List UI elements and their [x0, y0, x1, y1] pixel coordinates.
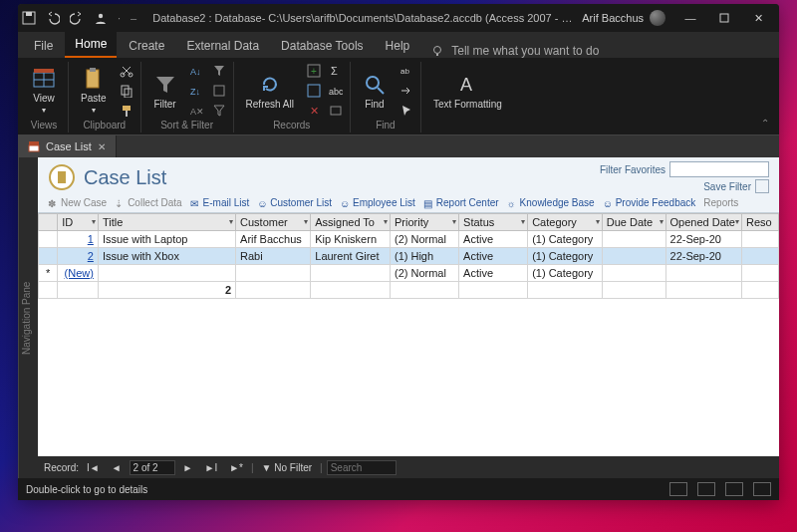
cell-reso[interactable]	[742, 248, 779, 265]
format-painter-icon[interactable]	[119, 103, 134, 119]
cell-title[interactable]: Issue with Xbox	[98, 248, 235, 265]
chevron-down-icon[interactable]: ▾	[304, 217, 308, 226]
close-button[interactable]: ✕	[741, 4, 775, 32]
nav-prev-button[interactable]: ◄	[108, 462, 126, 473]
tab-home[interactable]: Home	[65, 32, 117, 58]
tab-external-data[interactable]: External Data	[176, 34, 269, 58]
account-area[interactable]: Arif Bacchus	[582, 10, 665, 26]
cell-due[interactable]	[602, 231, 665, 248]
cell-opened[interactable]: 22-Sep-20	[665, 231, 742, 248]
chevron-down-icon[interactable]: ▾	[92, 217, 96, 226]
sort-asc-icon[interactable]: A↓	[189, 63, 205, 79]
collapse-ribbon-button[interactable]: ⌃	[753, 114, 777, 133]
user-qat-icon[interactable]	[94, 11, 108, 25]
text-formatting-button[interactable]: A Text Formatting	[427, 71, 508, 112]
form-view-button[interactable]	[669, 482, 687, 496]
toggle-filter-icon[interactable]	[211, 103, 227, 119]
cell-opened[interactable]: 22-Sep-20	[665, 248, 742, 265]
cell-category[interactable]: (1) Category	[528, 248, 603, 265]
datasheet[interactable]: ID▾ Title▾ Customer▾ Assigned To▾ Priori…	[38, 213, 779, 456]
selection-filter-icon[interactable]	[211, 63, 227, 79]
col-title[interactable]: Title▾	[98, 214, 235, 231]
save-record-icon[interactable]	[306, 83, 322, 99]
col-status[interactable]: Status▾	[459, 214, 528, 231]
cell-priority[interactable]: (2) Normal	[390, 231, 458, 248]
cell-title[interactable]: Issue with Laptop	[98, 231, 235, 248]
new-record-link[interactable]: (New)	[58, 265, 99, 282]
cell-status[interactable]: Active	[459, 248, 528, 265]
tab-create[interactable]: Create	[119, 34, 174, 58]
more-records-icon[interactable]	[328, 103, 344, 119]
cell-due[interactable]	[602, 248, 665, 265]
cell-status[interactable]: Active	[459, 231, 528, 248]
link-knowledge-base[interactable]: ☼Knowledge Base	[507, 197, 595, 208]
chevron-down-icon[interactable]: ▾	[596, 217, 600, 226]
cell-id[interactable]: 1	[58, 231, 99, 248]
row-selector[interactable]	[39, 231, 58, 248]
chevron-down-icon[interactable]: ▾	[384, 217, 388, 226]
undo-icon[interactable]	[46, 11, 60, 25]
nav-last-button[interactable]: ►I	[201, 462, 222, 473]
col-opened[interactable]: Opened Date▾	[665, 214, 742, 231]
record-position-input[interactable]	[130, 460, 175, 475]
tab-database-tools[interactable]: Database Tools	[271, 34, 374, 58]
copy-icon[interactable]	[119, 83, 134, 99]
link-reports[interactable]: Reports	[703, 197, 738, 208]
replace-icon[interactable]: ab	[398, 63, 414, 79]
link-collect-data[interactable]: ⇣Collect Data	[115, 197, 181, 208]
view-button[interactable]: View ▾	[26, 65, 62, 117]
layout-view-button[interactable]	[725, 482, 743, 496]
save-filter-icon[interactable]	[755, 179, 769, 193]
tab-help[interactable]: Help	[376, 34, 420, 58]
datasheet-view-button[interactable]	[697, 482, 715, 496]
advanced-filter-icon[interactable]	[211, 83, 227, 99]
row-selector[interactable]	[39, 248, 58, 265]
link-new-case[interactable]: ✽New Case	[48, 197, 107, 208]
chevron-down-icon[interactable]: ▾	[521, 217, 525, 226]
navigation-pane-collapsed[interactable]: Navigation Pane	[18, 157, 38, 478]
col-priority[interactable]: Priority▾	[390, 214, 458, 231]
col-due[interactable]: Due Date▾	[602, 214, 665, 231]
cell-id[interactable]: 2	[58, 248, 99, 265]
table-row[interactable]: 1 Issue with Laptop Arif Bacchus Kip Kni…	[39, 231, 779, 248]
maximize-button[interactable]	[707, 4, 741, 32]
link-email-list[interactable]: ✉E-mail List	[190, 197, 250, 208]
chevron-down-icon[interactable]: ▾	[735, 217, 739, 226]
filter-button[interactable]: Filter	[147, 71, 183, 112]
totals-icon[interactable]: Σ	[328, 63, 344, 79]
delete-record-icon[interactable]: ✕	[306, 103, 322, 119]
col-assigned[interactable]: Assigned To▾	[311, 214, 391, 231]
find-button[interactable]: Find	[357, 71, 393, 112]
cell-assigned[interactable]: Laurent Giret	[311, 248, 391, 265]
cell-category[interactable]: (1) Category	[528, 231, 603, 248]
save-filter-link[interactable]: Save Filter	[703, 181, 751, 192]
record-search-input[interactable]	[327, 460, 397, 475]
link-report-center[interactable]: ▤Report Center	[423, 197, 499, 208]
cell-assigned[interactable]: Kip Kniskern	[311, 231, 391, 248]
chevron-down-icon[interactable]: ▾	[452, 217, 456, 226]
paste-button[interactable]: Paste ▾	[75, 65, 113, 117]
cell-customer[interactable]: Rabi	[236, 248, 311, 265]
link-customer-list[interactable]: ☺Customer List	[257, 197, 332, 208]
redo-icon[interactable]	[70, 11, 84, 25]
refresh-all-button[interactable]: Refresh All	[240, 71, 300, 112]
tell-me-search[interactable]: Tell me what you want to do	[431, 44, 773, 58]
row-selector-header[interactable]	[39, 214, 58, 231]
design-view-button[interactable]	[753, 482, 771, 496]
select-icon[interactable]	[398, 103, 414, 119]
minimize-button[interactable]: —	[673, 4, 707, 32]
new-record-indicator[interactable]: *	[39, 265, 58, 282]
spelling-icon[interactable]: abc	[328, 83, 344, 99]
new-record-icon[interactable]: +	[306, 63, 322, 79]
tab-file[interactable]: File	[24, 34, 63, 58]
chevron-down-icon[interactable]: ▾	[229, 217, 233, 226]
col-customer[interactable]: Customer▾	[236, 214, 311, 231]
remove-sort-icon[interactable]: A✕	[189, 103, 205, 119]
col-id[interactable]: ID▾	[58, 214, 99, 231]
link-provide-feedback[interactable]: ☺Provide Feedback	[603, 197, 696, 208]
cell-customer[interactable]: Arif Bacchus	[236, 231, 311, 248]
cut-icon[interactable]	[119, 63, 134, 79]
nav-first-button[interactable]: I◄	[83, 462, 104, 473]
sort-desc-icon[interactable]: Z↓	[189, 83, 205, 99]
save-icon[interactable]	[22, 11, 36, 25]
